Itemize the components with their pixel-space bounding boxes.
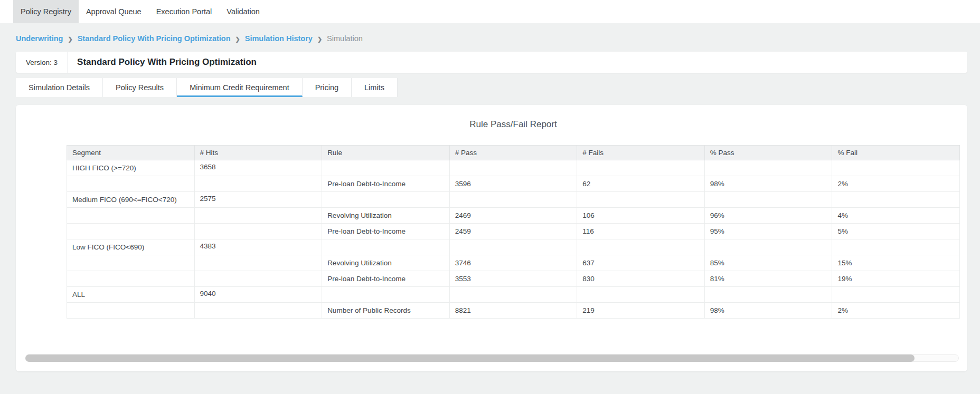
column-header-fails: # Fails [577, 146, 705, 160]
cell-rule: Revolving Utilization [322, 255, 450, 271]
tab-policy-results[interactable]: Policy Results [103, 78, 177, 97]
tab-minimum-credit-requirement[interactable]: Minimum Credit Requirement [177, 78, 303, 97]
cell-pass [449, 239, 577, 255]
cell-pct-fail: 15% [832, 255, 960, 271]
table-row: ALL9040 [67, 287, 960, 303]
horizontal-scrollbar[interactable] [25, 354, 959, 362]
cell-pass [449, 160, 577, 176]
chevron-right-icon: ❯ [235, 36, 240, 43]
breadcrumb-item-simulation: Simulation [327, 34, 363, 43]
column-header-pass: # Pass [449, 146, 577, 160]
nav-item-policy-registry[interactable]: Policy Registry [13, 0, 79, 23]
tab-pricing[interactable]: Pricing [303, 78, 352, 97]
cell-segment: HIGH FICO (>=720) [67, 160, 195, 176]
cell-fails: 637 [577, 255, 705, 271]
scrollbar-thumb[interactable] [25, 354, 915, 362]
cell-segment [67, 271, 195, 287]
cell-hits [194, 208, 322, 224]
table-body: HIGH FICO (>=720)3658Pre-loan Debt-to-In… [67, 160, 960, 319]
rule-pass-fail-table: Segment# HitsRule# Pass# Fails% Pass% Fa… [67, 145, 960, 319]
breadcrumb-item-underwriting[interactable]: Underwriting [16, 34, 63, 43]
cell-pct-pass: 95% [704, 224, 832, 239]
cell-pct-pass: 98% [704, 176, 832, 192]
table-row: Medium FICO (690<=FICO<720)2575 [67, 192, 960, 208]
cell-pass: 3596 [449, 176, 577, 192]
table-header-row: Segment# HitsRule# Pass# Fails% Pass% Fa… [67, 146, 960, 160]
table-row: Pre-loan Debt-to-Income355383081%19% [67, 271, 960, 287]
cell-pct-fail [832, 287, 960, 303]
cell-pct-fail [832, 160, 960, 176]
cell-hits: 2575 [194, 192, 322, 208]
cell-pct-fail [832, 192, 960, 208]
cell-pct-pass [704, 287, 832, 303]
cell-segment [67, 176, 195, 192]
cell-pass: 3553 [449, 271, 577, 287]
tab-limits[interactable]: Limits [352, 78, 398, 97]
cell-hits: 4383 [194, 239, 322, 255]
cell-pass: 2469 [449, 208, 577, 224]
nav-item-execution-portal[interactable]: Execution Portal [149, 0, 220, 23]
cell-pct-pass: 96% [704, 208, 832, 224]
cell-pct-fail [832, 239, 960, 255]
cell-fails [577, 192, 705, 208]
table-row: Revolving Utilization374663785%15% [67, 255, 960, 271]
cell-rule: Number of Public Records [322, 303, 450, 319]
column-header-rule: Rule [322, 146, 450, 160]
table-row: Revolving Utilization246910696%4% [67, 208, 960, 224]
cell-rule [322, 160, 450, 176]
cell-hits: 9040 [194, 287, 322, 303]
cell-segment [67, 208, 195, 224]
page-body: Underwriting❯Standard Policy With Pricin… [0, 34, 980, 371]
cell-hits [194, 224, 322, 239]
cell-pass [449, 192, 577, 208]
cell-rule: Pre-loan Debt-to-Income [322, 224, 450, 239]
cell-pct-pass [704, 239, 832, 255]
column-header-hits: # Hits [194, 146, 322, 160]
cell-fails: 219 [577, 303, 705, 319]
cell-segment: ALL [67, 287, 195, 303]
report-card: Rule Pass/Fail Report Segment# HitsRule#… [16, 105, 967, 371]
chevron-right-icon: ❯ [68, 36, 72, 43]
cell-hits: 3658 [194, 160, 322, 176]
cell-segment [67, 255, 195, 271]
cell-pass [449, 287, 577, 303]
cell-pct-pass [704, 160, 832, 176]
cell-segment: Medium FICO (690<=FICO<720) [67, 192, 195, 208]
cell-rule: Pre-loan Debt-to-Income [322, 271, 450, 287]
cell-fails [577, 287, 705, 303]
cell-pass: 2459 [449, 224, 577, 239]
breadcrumb-item-standard-policy-with-pricing-optimization[interactable]: Standard Policy With Pricing Optimizatio… [78, 34, 231, 43]
column-header-segment: Segment [67, 146, 195, 160]
cell-pass: 8821 [449, 303, 577, 319]
table-row: Low FICO (FICO<690)4383 [67, 239, 960, 255]
breadcrumb-item-simulation-history[interactable]: Simulation History [245, 34, 313, 43]
cell-pct-fail: 19% [832, 271, 960, 287]
column-header-pass: % Pass [704, 146, 832, 160]
top-nav: Policy RegistryApproval QueueExecution P… [0, 0, 980, 23]
cell-fails [577, 160, 705, 176]
version-label: Version: 3 [16, 59, 68, 66]
nav-item-validation[interactable]: Validation [219, 0, 267, 23]
cell-pass: 3746 [449, 255, 577, 271]
tab-bar: Simulation DetailsPolicy ResultsMinimum … [16, 78, 967, 97]
cell-hits [194, 255, 322, 271]
cell-fails: 106 [577, 208, 705, 224]
breadcrumb: Underwriting❯Standard Policy With Pricin… [16, 34, 967, 43]
tab-simulation-details[interactable]: Simulation Details [16, 78, 103, 97]
cell-rule [322, 239, 450, 255]
table-container: Segment# HitsRule# Pass# Fails% Pass% Fa… [67, 145, 960, 319]
report-title: Rule Pass/Fail Report [67, 105, 960, 130]
cell-pct-fail: 5% [832, 224, 960, 239]
cell-fails [577, 239, 705, 255]
cell-fails: 116 [577, 224, 705, 239]
table-row: Number of Public Records882121998%2% [67, 303, 960, 319]
table-row: Pre-loan Debt-to-Income35966298%2% [67, 176, 960, 192]
cell-pct-pass: 85% [704, 255, 832, 271]
cell-hits [194, 303, 322, 319]
cell-segment: Low FICO (FICO<690) [67, 239, 195, 255]
nav-item-approval-queue[interactable]: Approval Queue [79, 0, 149, 23]
table-row: HIGH FICO (>=720)3658 [67, 160, 960, 176]
cell-fails: 62 [577, 176, 705, 192]
cell-hits [194, 176, 322, 192]
cell-rule: Pre-loan Debt-to-Income [322, 176, 450, 192]
